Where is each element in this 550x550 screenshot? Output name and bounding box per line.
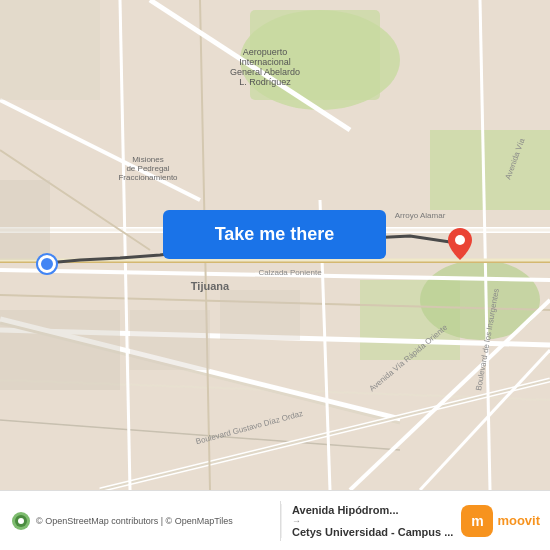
svg-rect-30 xyxy=(0,310,120,390)
location-info: Avenida Hipódrom... → Cetys Universidad … xyxy=(292,504,453,538)
origin-marker xyxy=(38,255,56,273)
svg-rect-31 xyxy=(130,310,210,370)
svg-point-50 xyxy=(18,518,24,524)
svg-text:de Pedregal: de Pedregal xyxy=(126,164,169,173)
svg-text:Fraccionamiento: Fraccionamiento xyxy=(118,173,178,182)
svg-text:Misiones: Misiones xyxy=(132,155,164,164)
map-container: Aeropuerto Internacional General Abelard… xyxy=(0,0,550,490)
destination-label: Cetys Universidad - Campus ... xyxy=(292,526,453,538)
moovit-logo: m moovit xyxy=(461,505,540,537)
osm-logo-icon xyxy=(12,512,30,530)
svg-rect-32 xyxy=(220,290,300,340)
svg-rect-28 xyxy=(0,0,100,100)
svg-text:L. Rodríguez: L. Rodríguez xyxy=(239,77,291,87)
svg-rect-29 xyxy=(0,180,50,260)
svg-text:Aeropuerto: Aeropuerto xyxy=(243,47,288,57)
svg-text:General Abelardo: General Abelardo xyxy=(230,67,300,77)
moovit-icon: m xyxy=(461,505,493,537)
svg-point-47 xyxy=(455,235,465,245)
attribution-text: © OpenStreetMap contributors | © OpenMap… xyxy=(36,516,233,526)
take-me-there-button[interactable]: Take me there xyxy=(163,210,386,259)
attribution-section: © OpenStreetMap contributors | © OpenMap… xyxy=(0,512,280,530)
bottom-bar: © OpenStreetMap contributors | © OpenMap… xyxy=(0,490,550,550)
svg-rect-3 xyxy=(430,130,550,210)
svg-text:Internacional: Internacional xyxy=(239,57,291,67)
arrow-separator: → xyxy=(292,516,453,526)
origin-label: Avenida Hipódrom... xyxy=(292,504,453,516)
svg-text:Calzada Poniente: Calzada Poniente xyxy=(258,268,322,277)
svg-text:Tijuana: Tijuana xyxy=(191,280,230,292)
destination-marker xyxy=(448,228,472,260)
moovit-brand-text: moovit xyxy=(497,513,540,528)
destination-section: Avenida Hipódrom... → Cetys Universidad … xyxy=(281,504,550,538)
svg-text:Arroyo Alamar: Arroyo Alamar xyxy=(395,211,446,220)
